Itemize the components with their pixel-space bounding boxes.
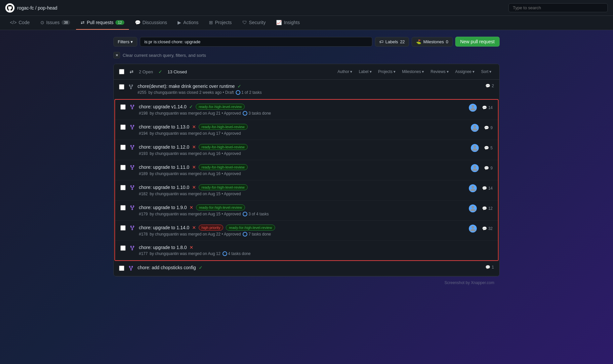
labels-button[interactable]: 🏷 Labels 22 — [375, 37, 409, 47]
comment-number: 32 — [488, 226, 493, 231]
table-row[interactable]: chore: add chopsticks config ✓ 💬 1 — [114, 261, 499, 276]
milestones-button[interactable]: ⛳ Milestones 0 — [412, 37, 452, 47]
pr-list-header: ⇄ 2 Open ✓ 13 Closed Author ▾ Label ▾ Pr… — [114, 64, 499, 80]
row-checkbox[interactable] — [120, 225, 126, 231]
table-row[interactable]: chore: upgrade to 1.10.0 ✕ ready-for-hig… — [115, 180, 498, 200]
comment-count: 💬 9 — [484, 126, 493, 130]
new-pr-label: New pull request — [460, 39, 495, 44]
tab-security[interactable]: 🛡 Security — [238, 16, 270, 30]
label-ready: ready-for-high-level-review — [199, 144, 248, 150]
comment-count: 💬 5 — [484, 146, 493, 150]
row-checkbox[interactable] — [120, 185, 126, 190]
pr-right: 💬 32 — [469, 225, 493, 233]
tab-code[interactable]: </> Code — [5, 16, 34, 30]
top-search-input[interactable] — [509, 3, 608, 12]
assignee-filter[interactable]: Assignee ▾ — [453, 68, 477, 75]
clear-icon[interactable]: ✕ — [113, 52, 120, 58]
search-input[interactable] — [140, 37, 372, 47]
projects-filter[interactable]: Projects ▾ — [376, 68, 398, 75]
label-ready: ready-for-high-level-review — [226, 225, 275, 231]
pr-title: chore: upgrade to 1.13.0 — [139, 124, 189, 129]
table-row[interactable]: chore: upgrade to 1.14.0 ✕ high priority… — [115, 221, 498, 241]
label-filter[interactable]: Label ▾ — [356, 68, 374, 75]
open-tab[interactable]: 2 Open — [139, 69, 153, 74]
table-row[interactable]: chore: upgrade to 1.11.0 ✕ ready-for-hig… — [115, 160, 498, 180]
closed-tab[interactable]: 13 Closed — [168, 69, 187, 74]
pr-badge: 12 — [115, 20, 124, 25]
filters-label: Filters — [118, 39, 129, 44]
tasks-circle — [236, 90, 240, 95]
table-row[interactable]: chore: upgrade to 1.13.0 ✕ ready-for-hig… — [115, 120, 498, 140]
label-ready: ready-for-high-level-review — [199, 124, 248, 130]
labels-count: 22 — [400, 39, 405, 44]
comment-number: 14 — [488, 105, 493, 110]
pr-list-header-left: ⇄ 2 Open ✓ 13 Closed — [119, 69, 330, 74]
pr-merged-icon — [130, 205, 135, 211]
filters-button[interactable]: Filters ▾ — [113, 37, 137, 47]
row-checkbox[interactable] — [120, 125, 126, 130]
row-checkbox[interactable] — [120, 165, 126, 170]
pr-merged-icon — [130, 245, 135, 252]
fail-x: ✕ — [192, 185, 196, 190]
pr-right: 💬 2 — [485, 84, 494, 88]
pr-icon: ⇄ — [81, 20, 85, 25]
table-row[interactable]: chore: upgrade to 1.8.0 ✕ #177 by chungq… — [115, 241, 498, 260]
pr-content: chore: upgrade to 1.14.0 ✕ high priority… — [139, 225, 465, 237]
pr-title-row: chore: add chopsticks config ✓ — [138, 265, 481, 270]
pr-details: by chungquantin was merged on Aug 16 • A… — [150, 151, 241, 156]
milestones-filter[interactable]: Milestones ▾ — [399, 68, 427, 75]
tab-pull-requests[interactable]: ⇄ Pull requests 12 — [76, 16, 129, 30]
pr-number: #179 — [139, 212, 148, 216]
row-checkbox[interactable] — [120, 145, 126, 150]
pr-number: #177 — [139, 251, 148, 256]
pr-details: by chungquantin was merged on Aug 17 • A… — [150, 131, 241, 136]
pr-content: chore(devnet): make drink generic over r… — [138, 84, 481, 95]
highlighted-group: chore: upgrade v1.14.0 ✓ ready-for-high-… — [114, 99, 499, 261]
search-bar[interactable] — [509, 3, 608, 12]
pr-meta: #177 by chungquantin was merged on Aug 1… — [139, 251, 489, 256]
tab-issues[interactable]: ⊙ Issues 38 — [36, 16, 75, 30]
select-all-checkbox[interactable] — [119, 69, 124, 74]
table-row[interactable]: chore: upgrade to 1.12.0 ✕ ready-for-hig… — [115, 140, 498, 160]
issues-badge: 38 — [61, 20, 70, 25]
tab-insights[interactable]: 📈 Insights — [271, 16, 304, 30]
tasks-circle — [223, 251, 227, 256]
tasks-circle — [243, 232, 247, 237]
pr-details: by chungquantin was merged on Aug 16 • A… — [150, 171, 241, 176]
reviews-filter[interactable]: Reviews ▾ — [428, 68, 451, 75]
row-checkbox[interactable] — [120, 104, 126, 110]
pr-title-row: chore: upgrade to 1.13.0 ✕ ready-for-hig… — [139, 124, 467, 130]
table-row[interactable]: chore(devnet): make drink generic over r… — [114, 80, 499, 99]
tab-actions[interactable]: ▶ Actions — [173, 16, 203, 30]
pr-right: 💬 14 — [469, 104, 493, 112]
watermark: Screenshot by Xnapper.com — [113, 276, 500, 289]
tasks-circle — [243, 212, 247, 216]
sort-filter[interactable]: Sort ▾ — [478, 68, 494, 75]
tab-projects[interactable]: ⊞ Projects — [204, 16, 236, 30]
row-checkbox[interactable] — [119, 266, 124, 271]
pr-meta: #189 by chungquantin was merged on Aug 1… — [139, 171, 467, 176]
pr-meta: #194 by chungquantin was merged on Aug 1… — [139, 131, 467, 136]
comment-icon: 💬 — [482, 105, 487, 110]
comment-number: 5 — [490, 146, 493, 150]
pr-title-row: chore(devnet): make drink generic over r… — [138, 84, 481, 89]
pr-content: chore: upgrade to 1.12.0 ✕ ready-for-hig… — [139, 144, 467, 156]
tab-discussions[interactable]: 💬 Discussions — [130, 16, 172, 30]
pr-meta: #193 by chungquantin was merged on Aug 1… — [139, 151, 467, 156]
pr-title-row: chore: upgrade to 1.10.0 ✕ ready-for-hig… — [139, 184, 465, 190]
row-checkbox[interactable] — [119, 84, 124, 90]
row-checkbox[interactable] — [120, 205, 126, 210]
milestones-label: Milestones — [423, 39, 444, 44]
comment-icon: 💬 — [482, 186, 487, 191]
pr-meta: #179 by chungquantin was merged on Aug 1… — [139, 212, 465, 216]
table-row[interactable]: chore: upgrade v1.14.0 ✓ ready-for-high-… — [115, 100, 498, 120]
new-pr-button[interactable]: New pull request — [455, 37, 500, 47]
label-ready: ready-for-high-level-review — [199, 184, 248, 190]
row-checkbox[interactable] — [120, 245, 126, 251]
table-row[interactable]: chore: upgrade to 1.9.0 ✕ ready-for-high… — [115, 200, 498, 221]
author-filter[interactable]: Author ▾ — [335, 68, 355, 75]
comment-count: 💬 32 — [482, 226, 493, 231]
closed-count-label: 13 Closed — [168, 69, 187, 74]
pr-content: chore: upgrade to 1.11.0 ✕ ready-for-hig… — [139, 164, 467, 176]
pr-meta: #198 by chungquantin was merged on Aug 2… — [139, 111, 465, 116]
